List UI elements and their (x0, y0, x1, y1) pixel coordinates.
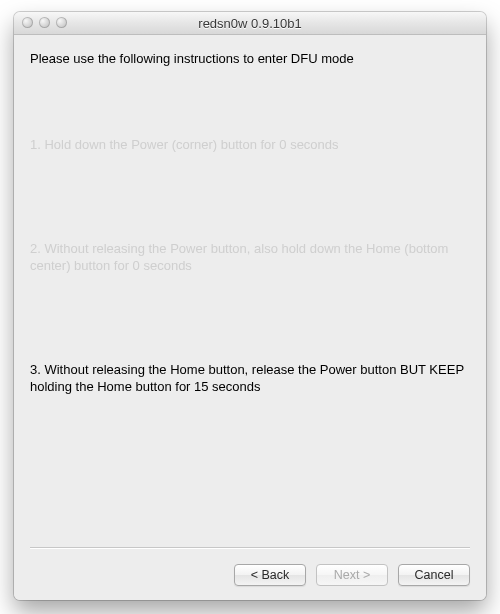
button-row: < Back Next > Cancel (234, 564, 470, 586)
content-area: Please use the following instructions to… (14, 35, 486, 600)
next-button: Next > (316, 564, 388, 586)
traffic-lights (22, 17, 67, 28)
dfu-step-2: 2. Without releasing the Power button, a… (30, 240, 470, 275)
app-window: redsn0w 0.9.10b1 Please use the followin… (14, 12, 486, 600)
titlebar[interactable]: redsn0w 0.9.10b1 (14, 12, 486, 35)
separator (30, 547, 470, 548)
zoom-icon[interactable] (56, 17, 67, 28)
minimize-icon[interactable] (39, 17, 50, 28)
close-icon[interactable] (22, 17, 33, 28)
window-title: redsn0w 0.9.10b1 (198, 16, 301, 31)
back-button[interactable]: < Back (234, 564, 306, 586)
dfu-step-3: 3. Without releasing the Home button, re… (30, 361, 470, 396)
instructions-heading: Please use the following instructions to… (30, 51, 470, 66)
cancel-button[interactable]: Cancel (398, 564, 470, 586)
dfu-step-1: 1. Hold down the Power (corner) button f… (30, 136, 470, 154)
